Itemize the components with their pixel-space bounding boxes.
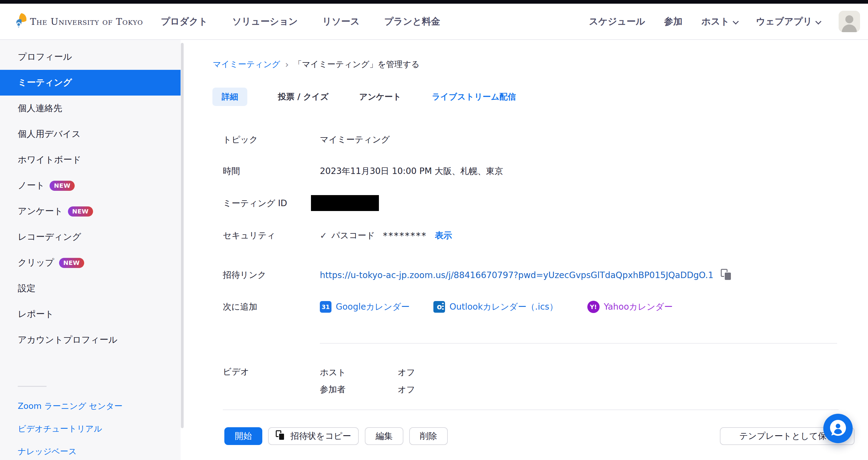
security-row: セキュリティ ✓ パスコード ******** 表示 [223, 230, 452, 241]
topic-label: トピック [223, 134, 320, 145]
add-to-row: 次に追加 31 Googleカレンダー o Outlookカレンダー（.ics）… [223, 301, 673, 313]
sidebar-item-account-profile[interactable]: アカウントプロフィール [0, 327, 181, 353]
edit-button[interactable]: 編集 [365, 427, 403, 445]
nav-products[interactable]: プロダクト [161, 15, 208, 28]
show-passcode-link[interactable]: 表示 [435, 230, 452, 241]
copy-invitation-button[interactable]: 招待状をコピー [268, 427, 359, 445]
tab-survey[interactable]: アンケート [359, 91, 402, 102]
invite-link-row: 招待リンク https://u-tokyo-ac-jp.zoom.us/j/88… [223, 268, 733, 282]
yahoo-calendar-link[interactable]: Y! Yahooカレンダー [587, 301, 673, 313]
add-to-label: 次に追加 [223, 301, 320, 313]
nav-host-menu[interactable]: ホスト [702, 15, 737, 28]
delete-button[interactable]: 削除 [409, 427, 448, 445]
zoom-web-portal: The University of Tokyo プロダクト ソリューション リソ… [0, 0, 868, 460]
sidebar-item-surveys[interactable]: アンケートNEW [0, 198, 181, 224]
topic-value: マイミーティング [320, 134, 390, 145]
sidebar-item-whiteboard[interactable]: ホワイトボード [0, 147, 181, 173]
yahoo-calendar-icon: Y! [587, 301, 599, 313]
sidebar-item-clips[interactable]: クリップNEW [0, 250, 181, 276]
copy-link-icon[interactable] [720, 268, 733, 282]
google-calendar-icon: 31 [320, 301, 332, 313]
video-host-label: ホスト [320, 367, 398, 378]
start-button[interactable]: 開始 [224, 427, 262, 445]
avatar[interactable] [839, 11, 860, 32]
google-calendar-link[interactable]: 31 Googleカレンダー [320, 301, 409, 313]
action-bar: 開始 招待状をコピー 編集 削除 テンプレートとして保存 [181, 427, 868, 445]
primary-nav: プロダクト ソリューション リソース プランと料金 [161, 15, 440, 28]
sidebar-item-notes[interactable]: ノートNEW [0, 173, 181, 198]
nav-join[interactable]: 参加 [664, 15, 683, 28]
ginkgo-leaf-icon [15, 13, 27, 30]
sidebar-item-settings[interactable]: 設定 [0, 276, 181, 301]
sidebar-link-learning-center[interactable]: Zoom ラーニング センター [0, 395, 181, 418]
video-row: ビデオ [223, 366, 320, 378]
sidebar: プロフィール ミーティング 個人連絡先 個人用デバイス ホワイトボード ノートN… [0, 40, 181, 460]
sidebar-scrollbar[interactable] [181, 43, 184, 428]
invite-link-url[interactable]: https://u-tokyo-ac-jp.zoom.us/j/88416670… [320, 270, 713, 280]
sidebar-item-personal-contacts[interactable]: 個人連絡先 [0, 95, 181, 121]
meeting-id-redaction [311, 195, 379, 211]
logo-text: The University of Tokyo [30, 16, 143, 27]
video-label: ビデオ [223, 366, 320, 378]
video-host-row: ホスト オフ [320, 367, 415, 378]
person-bubble-icon [829, 419, 847, 438]
sidebar-item-reports[interactable]: レポート [0, 301, 181, 327]
video-participant-row: 参加者 オフ [320, 384, 415, 395]
header: The University of Tokyo プロダクト ソリューション リソ… [0, 4, 868, 40]
meeting-id-row: ミーティング ID [223, 198, 320, 209]
section-divider [223, 409, 839, 410]
security-label: セキュリティ [223, 230, 320, 241]
nav-plans-pricing[interactable]: プランと料金 [384, 15, 440, 28]
breadcrumb-separator: › [285, 59, 289, 70]
sidebar-link-video-tutorials[interactable]: ビデオチュートリアル [0, 418, 181, 440]
passcode-masked-value: ******** [383, 230, 427, 241]
new-badge: NEW [59, 258, 84, 268]
outlook-calendar-link[interactable]: o Outlookカレンダー（.ics） [433, 301, 558, 313]
support-chat-button[interactable] [823, 414, 853, 443]
topic-row: トピック マイミーティング [223, 134, 390, 145]
tab-bar: 詳細 投票 / クイズ アンケート ライブストリーム配信 [212, 88, 516, 106]
sidebar-item-recordings[interactable]: レコーディング [0, 224, 181, 250]
outlook-calendar-icon: o [433, 301, 445, 313]
account-nav: スケジュール 参加 ホスト ウェブアプリ [589, 11, 860, 32]
chevron-down-icon [733, 18, 739, 25]
top-window-strip [0, 0, 868, 4]
checkmark-icon: ✓ [320, 231, 327, 241]
utokyo-logo[interactable]: The University of Tokyo [15, 13, 143, 30]
new-badge: NEW [50, 181, 75, 191]
chevron-down-icon [815, 18, 822, 25]
tab-details[interactable]: 詳細 [212, 88, 247, 106]
nav-solutions[interactable]: ソリューション [232, 15, 298, 28]
section-divider [320, 343, 837, 344]
passcode-label: パスコード [331, 230, 375, 241]
breadcrumb: マイミーティング › 「マイミーティング」を管理する [213, 59, 420, 70]
video-participant-value: オフ [398, 384, 415, 395]
time-label: 時間 [223, 165, 320, 177]
invite-link-label: 招待リンク [223, 269, 320, 281]
main-content: マイミーティング › 「マイミーティング」を管理する 詳細 投票 / クイズ ア… [181, 40, 868, 460]
tab-polls-quizzes[interactable]: 投票 / クイズ [278, 91, 329, 102]
nav-resources[interactable]: リソース [322, 15, 360, 28]
sidebar-item-personal-devices[interactable]: 個人用デバイス [0, 121, 181, 147]
nav-webapp-menu[interactable]: ウェブアプリ [756, 15, 819, 28]
video-host-value: オフ [398, 367, 415, 378]
breadcrumb-my-meetings-link[interactable]: マイミーティング [213, 59, 280, 70]
sidebar-item-meetings[interactable]: ミーティング [0, 70, 181, 95]
meeting-id-label: ミーティング ID [223, 198, 320, 209]
copy-icon [276, 430, 286, 442]
sidebar-item-profile[interactable]: プロフィール [0, 44, 181, 70]
new-badge: NEW [68, 206, 93, 217]
nav-schedule[interactable]: スケジュール [589, 15, 645, 28]
breadcrumb-current: 「マイミーティング」を管理する [293, 59, 419, 70]
time-value: 2023年11月30日 10:00 PM 大阪、札幌、東京 [320, 165, 503, 177]
sidebar-divider [18, 386, 46, 387]
video-participant-label: 参加者 [320, 384, 398, 395]
time-row: 時間 2023年11月30日 10:00 PM 大阪、札幌、東京 [223, 165, 503, 177]
tab-live-streaming[interactable]: ライブストリーム配信 [432, 91, 516, 102]
sidebar-link-knowledge-base[interactable]: ナレッジベース [0, 440, 181, 460]
